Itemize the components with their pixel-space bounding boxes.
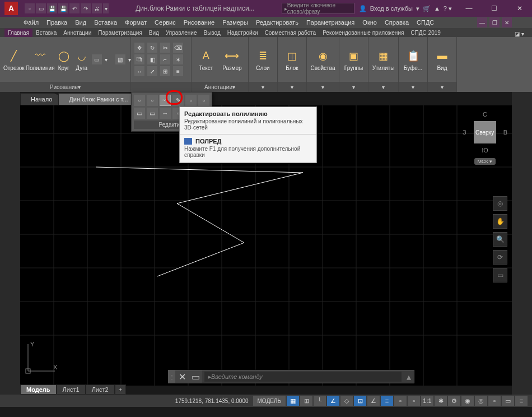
model-space-button[interactable]: МОДЕЛЬ [253,396,286,406]
clipboard-button[interactable]: 📋Буфе... [402,42,424,77]
menu-help[interactable]: Справка [381,18,412,27]
ext-btn-6[interactable]: ▫ [198,95,209,106]
ribbon-tab-spds[interactable]: СПДС 2019 [407,29,444,37]
fillet-button[interactable]: ⌐ [160,54,170,64]
stretch-button[interactable]: ↔ [134,66,144,76]
cube-top[interactable]: Сверху [474,121,496,143]
view-cube[interactable]: С З Сверху В Ю МСК ▾ [463,110,507,177]
mdi-close-icon[interactable]: ✕ [502,17,512,27]
dropdown-icon[interactable]: ▾ [416,5,419,12]
lwt-toggle[interactable]: ≡ [381,396,393,406]
qat-more-icon[interactable]: ▾ [103,3,109,13]
utils-drop[interactable]: ▾ [368,82,398,92]
ribbon-tab-param[interactable]: Параметризация [95,29,146,37]
cube-west[interactable]: З [463,129,466,136]
move-button[interactable]: ✥ [134,43,144,53]
cart-icon[interactable]: 🛒 [423,5,431,12]
nav-pan-icon[interactable]: ✋ [493,214,507,229]
menu-spds[interactable]: СПДС [413,18,437,27]
ortho-toggle[interactable]: └ [314,396,326,406]
ribbon-tab-insert[interactable]: Вставка [32,29,60,37]
clip-drop[interactable]: ▾ [399,82,427,92]
cube-south[interactable]: Ю [463,147,507,154]
cube-north[interactable]: С [463,111,507,118]
ext-btn-8[interactable]: ▭ [147,108,158,119]
ribbon-tab-addins[interactable]: Надстройки [224,29,262,37]
model-tab[interactable]: Модель [20,384,57,395]
nav-show-icon[interactable]: ▭ [493,268,507,282]
isolate-toggle[interactable]: ◎ [475,396,487,406]
mdi-restore-icon[interactable]: ❐ [489,17,500,27]
ribbon-tab-apps[interactable]: Рекомендованные приложения [319,29,407,37]
menu-edit[interactable]: Правка [43,18,71,27]
command-line[interactable]: ⋮ ✕ ▭ ▸ Введите команду ▴ [168,370,414,383]
menu-tools[interactable]: Сервис [151,18,179,27]
qat-new-icon[interactable]: ▫ [25,3,35,13]
qat-redo-icon[interactable]: ↷ [81,3,91,13]
snap-toggle[interactable]: ⊞ [300,396,312,406]
mdi-minimize-icon[interactable]: — [477,17,487,27]
erase-button[interactable]: ⌫ [173,43,183,53]
dim-button[interactable]: ⟷Размер [220,42,245,77]
cmd-close-icon[interactable]: ✕ [175,370,189,383]
menu-draw[interactable]: Рисование [180,18,218,27]
text-button[interactable]: AТекст [195,42,217,77]
block-button[interactable]: ◫Блок [281,42,303,77]
polyline-button[interactable]: 〰Полилиния [27,42,54,77]
nav-wheel-icon[interactable]: ◎ [493,196,507,211]
add-layout-tab[interactable]: + [115,384,126,395]
minimize-button[interactable]: — [456,0,482,17]
props-drop[interactable]: ▾ [307,82,339,92]
menu-param[interactable]: Параметризация [303,18,358,27]
ribbon-tab-collab[interactable]: Совместная работа [262,29,320,37]
nav-zoom-icon[interactable]: 🔍 [493,232,507,247]
rotate-button[interactable]: ↻ [147,43,157,53]
arc-button[interactable]: ◡Дуга [74,42,90,77]
line-button[interactable]: ╱Отрезок [3,42,25,77]
ribbon-tab-output[interactable]: Вывод [200,29,224,37]
view-drop[interactable]: ▾ [428,82,456,92]
layers-drop[interactable]: ▾ [249,82,277,92]
menu-window[interactable]: Окно [359,18,380,27]
ribbon-tab-view[interactable]: Вид [146,29,162,37]
ext-btn-2[interactable]: ▫ [147,95,158,106]
qat-undo-icon[interactable]: ↶ [69,3,80,13]
mirror-button[interactable]: ◧ [147,54,157,64]
a360-icon[interactable]: ▲ [434,5,440,12]
doc-tab-file[interactable]: Дин.блок Рамки с т... [58,93,138,105]
ext-btn-4[interactable]: ✎ [172,95,184,106]
block-drop[interactable]: ▾ [278,82,306,92]
rect-drop-icon[interactable]: ▾ [104,54,109,64]
ribbon-collapse-icon[interactable]: ◪ ▾ [515,31,528,37]
app-icon[interactable] [4,2,18,15]
qat-save-icon[interactable]: 💾 [47,3,57,13]
clean-toggle[interactable]: ▭ [502,396,514,406]
ribbon-tab-home[interactable]: Главная [4,29,32,37]
menu-format[interactable]: Формат [122,18,150,27]
ext-btn-7[interactable]: ▭ [134,108,145,119]
cmd-handle-icon[interactable]: ⋮ [169,370,175,383]
ucs-badge[interactable]: МСК ▾ [474,158,496,165]
qat-print-icon[interactable]: 🖨 [92,3,102,13]
doc-tab-start[interactable]: Начало [20,93,63,105]
groups-button[interactable]: ▣Группы [343,42,365,77]
hw-toggle[interactable]: ▫ [488,396,501,406]
explode-button[interactable]: ✶ [173,54,183,64]
polar-toggle[interactable]: ∠ [327,396,339,406]
qat-open-icon[interactable]: ▭ [36,3,46,13]
polyline-object[interactable] [96,167,303,276]
scale-button[interactable]: ⤢ [147,66,157,76]
trans-toggle[interactable]: ▫ [394,396,407,406]
props-button[interactable]: ◉Свойства [310,42,335,77]
nav-orbit-icon[interactable]: ⟳ [493,250,507,265]
menu-view[interactable]: Вид [72,18,90,27]
qat-saveas-icon[interactable]: 💾 [58,3,68,13]
ws-toggle[interactable]: ⚙ [448,396,460,406]
ext-btn-9[interactable]: ↔ [160,108,171,119]
rect-button[interactable]: ▭ [92,54,102,64]
search-input[interactable]: ▸ Введите ключевое слово/фразу [282,3,354,14]
circle-button[interactable]: ◯Круг [56,42,72,77]
cube-east[interactable]: В [503,129,507,136]
anno-toggle[interactable]: ✱ [435,396,447,406]
cycle-toggle[interactable]: ▫ [408,396,420,406]
